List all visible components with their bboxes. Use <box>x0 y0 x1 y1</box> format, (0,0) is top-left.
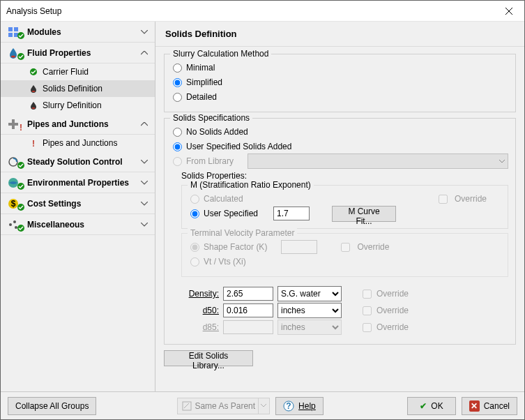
density-override-check <box>363 290 372 299</box>
svg-rect-25 <box>183 402 191 410</box>
status-icon <box>29 84 38 93</box>
m-userspec-radio[interactable] <box>190 209 199 218</box>
env-icon <box>8 177 23 188</box>
chevron-down-icon <box>261 404 266 407</box>
sidebar-item[interactable]: Slurry Definition <box>1 97 155 114</box>
sidebar-group-modules[interactable]: Modules <box>1 22 155 43</box>
chevron-down-icon <box>139 178 149 188</box>
sidebar-item[interactable]: !Pipes and Junctions <box>1 135 155 151</box>
svg-rect-0 <box>8 27 13 31</box>
solids-opt-radio[interactable] <box>173 128 182 137</box>
d50-override-check <box>363 306 372 315</box>
chevron-up-icon <box>139 119 149 129</box>
chevron-down-icon <box>139 157 149 167</box>
tv-shape-radio <box>190 243 199 252</box>
m-override-check <box>439 195 448 204</box>
svg-text:!: ! <box>32 139 35 147</box>
same-as-parent-dropdown: Same As Parent <box>177 398 270 414</box>
m-curve-fit-button[interactable]: M Curve Fit... <box>332 206 396 222</box>
sidebar-group-env[interactable]: Environmental Properties <box>1 172 155 193</box>
misc-icon <box>8 219 23 230</box>
x-icon: ✕ <box>469 400 480 412</box>
modules-icon <box>8 27 23 38</box>
steady-icon <box>8 156 23 167</box>
sidebar-item[interactable]: Solids Definition <box>1 80 155 97</box>
sidebar-group-steady[interactable]: Steady Solution Control <box>1 151 155 172</box>
pipes-icon: ! <box>8 119 23 130</box>
tv-value-input <box>281 240 317 254</box>
page-title: Solids Definition <box>155 22 524 47</box>
help-icon: ? <box>283 400 294 412</box>
d85-unit-select: inches <box>277 320 342 335</box>
density-label: Density: <box>181 289 219 299</box>
status-icon <box>29 100 38 110</box>
window-title: Analysis Setup <box>6 6 493 16</box>
solids-props-label: Solids Properties: <box>181 171 508 181</box>
sidebar-group-misc[interactable]: Miscellaneous <box>1 214 155 235</box>
tv-override-check <box>341 243 350 252</box>
svg-point-9 <box>32 107 36 109</box>
sidebar-group-cost[interactable]: $Cost Settings <box>1 193 155 214</box>
solids-spec-group: Solids Specifications No Solids AddedUse… <box>164 118 516 345</box>
cost-icon: $ <box>8 198 23 209</box>
density-unit-select[interactable]: S.G. water <box>277 286 342 301</box>
slurry-calc-group: Slurry Calculation Method MinimalSimplif… <box>164 54 516 112</box>
svg-rect-1 <box>14 27 18 31</box>
cancel-button[interactable]: ✕ Cancel <box>462 397 517 415</box>
d50-unit-select[interactable]: inches <box>277 303 342 318</box>
collapse-all-button[interactable]: Collapse All Groups <box>8 397 96 415</box>
edit-solids-library-button[interactable]: Edit Solids Library... <box>164 350 253 366</box>
svg-text:?: ? <box>286 401 291 411</box>
from-library-select <box>248 153 508 169</box>
status-icon <box>29 67 38 77</box>
chevron-down-icon <box>139 27 149 37</box>
svg-point-21 <box>9 223 12 226</box>
chevron-down-icon <box>139 199 149 209</box>
m-userspec-label: User Specified <box>204 209 258 218</box>
tv-vt-radio <box>190 257 199 267</box>
sidebar-group-fluid[interactable]: Fluid Properties <box>1 43 155 63</box>
slurry-calc-title: Slurry Calculation Method <box>170 49 271 59</box>
slurry-simplified-radio[interactable] <box>173 78 182 87</box>
slurry-detailed-radio[interactable] <box>173 93 182 102</box>
chevron-down-icon <box>499 160 505 163</box>
status-icon: ! <box>29 138 38 148</box>
d85-label: d85: <box>181 322 219 332</box>
fluid-icon <box>8 47 23 59</box>
close-icon <box>505 8 512 15</box>
svg-text:!: ! <box>20 124 22 131</box>
solids-opt-radio <box>173 157 182 166</box>
edit-icon <box>182 401 192 411</box>
close-button[interactable] <box>493 1 524 21</box>
sidebar-item[interactable]: Carrier Fluid <box>1 63 155 80</box>
m-calculated-radio <box>190 195 199 204</box>
d85-override-check <box>363 323 372 332</box>
solids-opt-radio[interactable] <box>173 142 182 151</box>
svg-rect-2 <box>8 33 13 37</box>
svg-point-5 <box>11 55 15 57</box>
d50-label: d50: <box>181 306 219 315</box>
tv-group: Terminal Velocity Parameter Shape Factor… <box>181 233 508 277</box>
svg-point-8 <box>32 91 36 92</box>
m-group-title: M (Stratification Ratio Exponent) <box>188 180 314 190</box>
density-input[interactable] <box>223 287 273 301</box>
chevron-down-icon <box>139 220 149 230</box>
chevron-up-icon <box>139 48 149 58</box>
sidebar: ModulesFluid PropertiesCarrier FluidSoli… <box>1 22 155 391</box>
tv-vt-label: Vt / Vts (Xi) <box>204 257 246 267</box>
slurry-minimal-radio[interactable] <box>173 63 182 73</box>
svg-rect-11 <box>12 119 15 129</box>
check-icon: ✔ <box>420 401 427 411</box>
sidebar-group-pipes[interactable]: !Pipes and Junctions <box>1 114 155 135</box>
d50-input[interactable] <box>223 303 273 317</box>
svg-text:$: $ <box>11 199 16 209</box>
m-calculated-label: Calculated <box>204 194 243 204</box>
m-value-input[interactable] <box>273 207 310 220</box>
solids-spec-title: Solids Specifications <box>170 113 252 123</box>
svg-point-22 <box>13 220 16 223</box>
ok-button[interactable]: ✔ OK <box>407 397 456 415</box>
m-group: M (Stratification Ratio Exponent) Calcul… <box>181 185 508 229</box>
help-button[interactable]: ? Help <box>275 397 324 415</box>
tv-shape-label: Shape Factor (K) <box>204 242 267 252</box>
d85-input <box>223 320 273 334</box>
